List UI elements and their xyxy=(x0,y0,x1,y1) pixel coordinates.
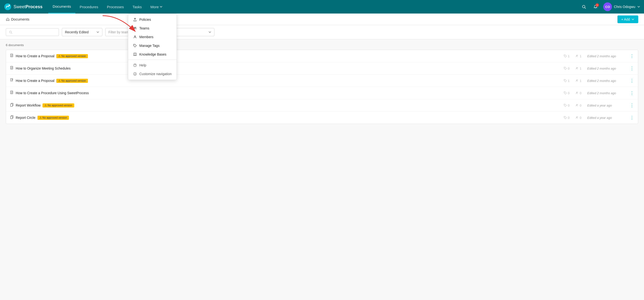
person-icon xyxy=(133,35,137,39)
tag-icon xyxy=(133,44,137,48)
document-icon xyxy=(10,66,14,70)
doc-meta: 0 0 Edited 2 months ago ⋮ xyxy=(564,90,634,96)
sort-chevron-icon xyxy=(96,31,99,34)
dropdown-manage-tags[interactable]: Manage Tags xyxy=(128,41,176,50)
add-button[interactable]: + Add xyxy=(618,16,638,23)
edited-time: Edited 2 months ago xyxy=(587,91,621,95)
dropdown-teams[interactable]: Teams xyxy=(128,24,176,32)
members-meta-icon xyxy=(576,54,579,58)
dropdown-help[interactable]: Help xyxy=(128,61,176,70)
svg-rect-13 xyxy=(10,66,13,69)
copy-icon xyxy=(10,103,14,107)
avatar: CO xyxy=(603,2,612,11)
search-filter-icon xyxy=(9,30,12,34)
svg-point-17 xyxy=(564,68,565,68)
svg-point-43 xyxy=(134,36,136,37)
svg-point-35 xyxy=(577,104,578,105)
svg-point-11 xyxy=(576,55,577,56)
table-row[interactable]: Report Circle ⚠ No approved version 0 0 … xyxy=(6,112,638,124)
username: Chris Odogwu xyxy=(614,5,635,9)
doc-icon xyxy=(10,66,14,71)
breadcrumb-bar: Documents + Add xyxy=(0,14,644,25)
logo[interactable]: SweetProcess xyxy=(4,3,42,11)
doc-title: Report Workflow ⚠ No approved version xyxy=(10,103,564,108)
svg-rect-37 xyxy=(10,116,12,119)
member-count: 1 xyxy=(576,67,582,70)
sort-select[interactable]: Recently Edited xyxy=(62,28,102,36)
nav-items: Documents Procedures Processes Tasks Mor… xyxy=(48,0,580,14)
member-count: 0 xyxy=(576,116,582,120)
dropdown-policies[interactable]: Policies xyxy=(128,15,176,24)
tag-meta-icon xyxy=(564,67,567,70)
customize-icon xyxy=(133,72,137,76)
tag-count: 0 xyxy=(564,104,570,107)
search-button[interactable] xyxy=(580,3,588,11)
svg-line-3 xyxy=(585,8,586,8)
notification-count: 1 xyxy=(596,4,599,7)
svg-point-34 xyxy=(576,104,577,105)
nav-documents[interactable]: Documents xyxy=(48,0,75,14)
edited-time: Edited 2 months ago xyxy=(587,67,621,70)
doc-title: How to Create a Proposal ⚠ No approved v… xyxy=(10,54,564,58)
members-meta-icon xyxy=(576,67,579,70)
doc-meta: 0 1 Edited 2 months ago ⋮ xyxy=(564,66,634,71)
breadcrumb: Documents xyxy=(6,17,30,21)
dropdown-customize-nav[interactable]: Customize navigation xyxy=(128,70,176,78)
svg-point-38 xyxy=(564,117,565,118)
doc-meta: 1 1 Edited 2 months ago ⋮ xyxy=(564,54,634,59)
copy-icon xyxy=(10,115,14,119)
svg-point-0 xyxy=(4,4,11,10)
doc-icon xyxy=(10,90,14,96)
svg-rect-6 xyxy=(10,54,13,57)
nav-processes[interactable]: Processes xyxy=(102,0,128,14)
doc-actions-menu[interactable]: ⋮ xyxy=(627,78,634,83)
members-meta-icon xyxy=(576,79,579,82)
help-icon xyxy=(133,63,137,67)
nav-procedures[interactable]: Procedures xyxy=(75,0,102,14)
table-row[interactable]: How to Organize Meeting Schedules 0 1 Ed… xyxy=(6,62,638,75)
svg-point-1 xyxy=(8,4,10,6)
notifications-button[interactable]: 1 xyxy=(592,3,599,11)
doc-actions-menu[interactable]: ⋮ xyxy=(627,103,634,108)
members-meta-icon xyxy=(576,116,579,119)
svg-point-28 xyxy=(564,92,565,93)
doc-icon xyxy=(10,115,14,120)
table-row[interactable]: How to Create a Proposal ⚠ No approved v… xyxy=(6,75,638,87)
member-count: 0 xyxy=(576,91,582,95)
svg-point-39 xyxy=(576,117,577,118)
tag-count: 1 xyxy=(564,79,570,82)
doc-actions-menu[interactable]: ⋮ xyxy=(627,54,634,59)
upload-icon xyxy=(133,18,137,22)
table-row[interactable]: How to Create a Procedure Using SweetPro… xyxy=(6,87,638,99)
user-chevron-icon xyxy=(637,5,640,8)
tag-meta-icon xyxy=(564,104,567,107)
edited-time: Edited a year ago xyxy=(587,116,621,120)
svg-point-22 xyxy=(576,80,577,81)
svg-line-5 xyxy=(11,33,12,34)
svg-point-40 xyxy=(577,117,578,118)
home-icon xyxy=(6,18,10,21)
logo-text: SweetProcess xyxy=(14,4,42,10)
tag-meta-icon xyxy=(564,54,567,58)
nav-tasks[interactable]: Tasks xyxy=(128,0,146,14)
search-input[interactable] xyxy=(6,28,59,36)
doc-meta: 0 0 Edited a year ago ⋮ xyxy=(564,103,634,108)
table-row[interactable]: Report Workflow ⚠ No approved version 0 … xyxy=(6,99,638,112)
tag-count: 0 xyxy=(564,67,570,70)
doc-actions-menu[interactable]: ⋮ xyxy=(627,66,634,71)
doc-title: How to Organize Meeting Schedules xyxy=(10,66,564,71)
doc-title: How to Create a Procedure Using SweetPro… xyxy=(10,90,564,96)
table-row[interactable]: How to Create a Proposal ⚠ No approved v… xyxy=(6,50,638,62)
svg-point-21 xyxy=(564,80,565,80)
no-approved-badge: ⚠ No approved version xyxy=(56,79,88,83)
svg-point-44 xyxy=(134,45,134,45)
dropdown-knowledge-bases[interactable]: Knowledge Bases xyxy=(128,50,176,59)
doc-actions-menu[interactable]: ⋮ xyxy=(627,90,634,96)
members-meta-icon xyxy=(576,104,579,107)
dropdown-members[interactable]: Members xyxy=(128,32,176,41)
nav-more[interactable]: More xyxy=(146,0,167,14)
doc-actions-menu[interactable]: ⋮ xyxy=(627,115,634,120)
document-icon xyxy=(10,54,14,58)
user-menu[interactable]: CO Chris Odogwu xyxy=(603,2,640,11)
book-icon xyxy=(133,52,137,56)
